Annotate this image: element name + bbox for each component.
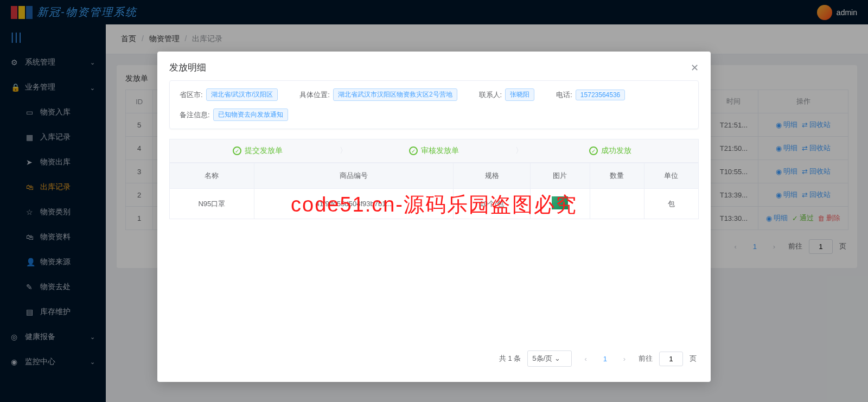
step-2: ✓审核发放单〉 [346, 139, 522, 162]
phone-label: 电话: [556, 90, 572, 100]
contact-tag: 张晓阳 [505, 88, 534, 101]
col-qty: 数量 [590, 163, 644, 189]
thumbnail[interactable] [552, 196, 568, 209]
check-icon: ✓ [589, 146, 598, 155]
step-3: ✓成功发放 [522, 139, 698, 162]
step-1: ✓提交发放单〉 [170, 139, 346, 162]
check-icon: ✓ [409, 146, 418, 155]
col-sku: 商品编号 [254, 163, 453, 189]
detail-table: 名称 商品编号 规格 图片 数量 单位 N95口罩 41f9ffd55d504f… [169, 163, 699, 219]
pager-prev[interactable]: ‹ [578, 351, 593, 366]
remark-label: 备注信息: [180, 110, 210, 120]
modal-title: 发放明细 [169, 61, 206, 74]
steps: ✓提交发放单〉 ✓审核发放单〉 ✓成功发放 [169, 139, 699, 163]
check-icon: ✓ [233, 146, 241, 155]
contact-label: 联系人: [479, 90, 502, 100]
phone-tag: 15723564536 [576, 90, 625, 100]
goto-input[interactable] [659, 352, 683, 366]
remark-tag: 已知物资去向发放通知 [213, 109, 288, 121]
col-spec: 规格 [454, 163, 531, 189]
col-pic: 图片 [531, 163, 590, 189]
pager-next[interactable]: › [617, 351, 632, 366]
info-card: 省区市:湖北省/武汉市/汉阳区 具体位置:湖北省武汉市汉阳区物资救灾区2号营地 … [169, 80, 699, 129]
pager-current[interactable]: 1 [600, 355, 610, 363]
cell-unit: 包 [644, 189, 698, 219]
location-tag: 湖北省武汉市汉阳区物资救灾区2号营地 [333, 88, 457, 101]
cell-sku: 41f9ffd55d504f93b7b1... [254, 189, 453, 219]
col-name: 名称 [170, 163, 254, 189]
goto-unit: 页 [690, 354, 697, 363]
cell-qty [590, 189, 644, 219]
cell-spec: 10个/包 [454, 189, 531, 219]
close-icon[interactable]: ✕ [691, 62, 699, 74]
col-unit: 单位 [644, 163, 698, 189]
location-label: 具体位置: [299, 90, 330, 100]
region-label: 省区市: [180, 90, 203, 100]
region-tag: 湖北省/武汉市/汉阳区 [206, 88, 278, 101]
modal-pager: 共 1 条 5条/页 ⌄ ‹ 1 › 前往 页 [169, 339, 699, 371]
cell-name: N95口罩 [170, 189, 254, 219]
detail-modal: 发放明细 ✕ 省区市:湖北省/武汉市/汉阳区 具体位置:湖北省武汉市汉阳区物资救… [157, 52, 711, 382]
goto-label: 前往 [639, 354, 653, 363]
detail-row: N95口罩 41f9ffd55d504f93b7b1... 10个/包 包 [170, 189, 699, 219]
cell-pic [531, 189, 590, 219]
page-size-select[interactable]: 5条/页 ⌄ [527, 350, 571, 367]
